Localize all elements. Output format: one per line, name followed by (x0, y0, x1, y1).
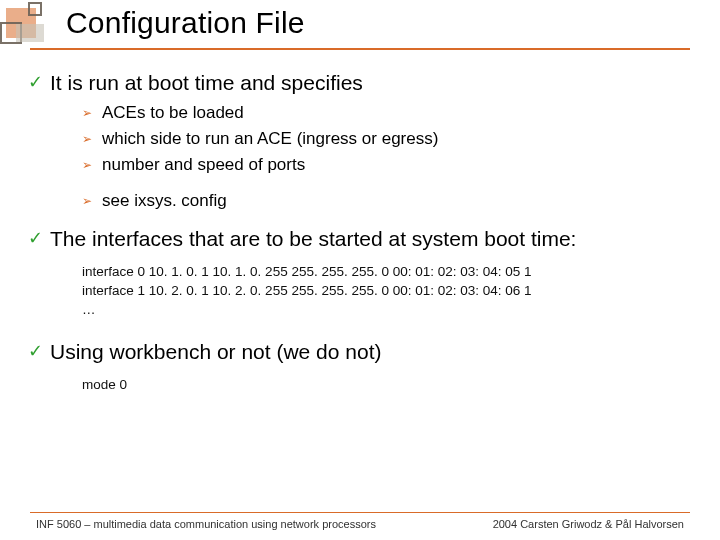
check-icon: ✓ (28, 339, 50, 363)
bullet-2-text: The interfaces that are to be started at… (50, 226, 576, 252)
mode-code: mode 0 (82, 375, 692, 394)
sub-2: ➢ which side to run an ACE (ingress or e… (82, 128, 692, 150)
sub-3: ➢ number and speed of ports (82, 154, 692, 176)
check-icon: ✓ (28, 70, 50, 94)
footer-left: INF 5060 – multimedia data communication… (36, 518, 376, 530)
arrow-icon: ➢ (82, 154, 102, 176)
footer-right: 2004 Carsten Griwodz & Pål Halvorsen (493, 518, 684, 530)
footer-rule (30, 512, 690, 513)
arrow-icon: ➢ (82, 190, 102, 212)
bullet-1: ✓ It is run at boot time and specifies (28, 70, 692, 96)
bullet-1-text: It is run at boot time and specifies (50, 70, 363, 96)
slide-title: Configuration File (66, 6, 690, 40)
interfaces-code: interface 0 10. 1. 0. 1 10. 1. 0. 255 25… (82, 262, 692, 319)
arrow-icon: ➢ (82, 128, 102, 150)
bullet-1-subs: ➢ ACEs to be loaded ➢ which side to run … (82, 102, 692, 212)
sub-2-text: which side to run an ACE (ingress or egr… (102, 128, 438, 150)
sub-4: ➢ see ixsys. config (82, 190, 692, 212)
sub-1-text: ACEs to be loaded (102, 102, 244, 124)
sub-3-text: number and speed of ports (102, 154, 305, 176)
bullet-3-text: Using workbench or not (we do not) (50, 339, 382, 365)
slide: Configuration File ✓ It is run at boot t… (0, 0, 720, 540)
title-wrap: Configuration File (66, 6, 690, 40)
sub-1: ➢ ACEs to be loaded (82, 102, 692, 124)
arrow-icon: ➢ (82, 102, 102, 124)
check-icon: ✓ (28, 226, 50, 250)
content-area: ✓ It is run at boot time and specifies ➢… (28, 66, 692, 414)
bullet-2: ✓ The interfaces that are to be started … (28, 226, 692, 252)
footer: INF 5060 – multimedia data communication… (0, 512, 720, 540)
title-underline (30, 48, 690, 50)
sub-4-text: see ixsys. config (102, 190, 227, 212)
bullet-3: ✓ Using workbench or not (we do not) (28, 339, 692, 365)
